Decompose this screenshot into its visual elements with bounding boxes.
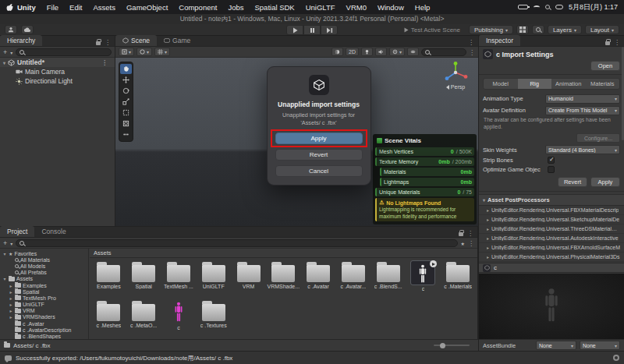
add-object-button[interactable] [3, 48, 7, 56]
tab-hierarchy[interactable]: Hierarchy [0, 35, 42, 46]
background-activity-icon[interactable] [613, 355, 619, 361]
tree-folder[interactable]: VRM [0, 308, 88, 314]
panel-menu-icon[interactable] [105, 37, 111, 46]
console-message-icon[interactable] [5, 355, 12, 361]
asset-postprocessors-header[interactable]: Asset PostProcessors [479, 194, 624, 206]
lock-icon[interactable] [96, 41, 101, 45]
add-object-caret-icon[interactable] [10, 48, 12, 56]
panel-menu-icon[interactable] [468, 37, 474, 46]
persp-label[interactable]: Persp [451, 84, 465, 90]
tab-inspector[interactable]: Inspector [479, 35, 520, 46]
effects-dropdown[interactable] [389, 48, 405, 56]
skin-weights-dropdown[interactable]: Standard (4 Bones) [545, 145, 620, 154]
tab-game[interactable]: Game [157, 35, 197, 46]
grid-view-icon[interactable] [516, 25, 529, 34]
assetbundle-dropdown[interactable]: None [536, 341, 576, 350]
menu-vrm0[interactable]: VRM0 [341, 3, 372, 12]
postprocessor-row[interactable]: UnityEditor.Rendering.Universal.FBXArnol… [479, 243, 624, 253]
control-center-icon[interactable] [555, 5, 563, 9]
revert-button[interactable]: Revert [275, 149, 363, 161]
grid-snapping-dropdown[interactable] [154, 48, 170, 56]
optimize-checkbox[interactable] [548, 166, 555, 173]
cloud-services-icon[interactable] [21, 25, 34, 34]
play-button[interactable] [286, 25, 303, 35]
hierarchy-search-input[interactable] [16, 48, 112, 56]
asset-folder[interactable]: c .Textures [197, 299, 231, 337]
search-icon[interactable] [532, 25, 544, 34]
tab-project[interactable]: Project [0, 226, 34, 237]
asset-folder[interactable]: c .BlendS... [371, 260, 406, 298]
postprocessor-row[interactable]: UnityEditor.Rendering.Universal.Physical… [479, 253, 624, 262]
tree-all-models[interactable]: All Models [0, 263, 88, 269]
tree-folder[interactable]: Examples [0, 282, 88, 288]
menubar-clock[interactable]: 5月8日(月) 1:17 [569, 2, 618, 12]
asset-folder[interactable]: UniGLTF [197, 260, 231, 298]
tree-folder[interactable]: c .BlendShapes [0, 333, 88, 339]
account-icon[interactable] [5, 25, 17, 34]
tree-assets-root[interactable]: Assets [0, 276, 88, 282]
model-preview-area[interactable] [479, 274, 624, 339]
tree-folder[interactable]: UniGLTF [0, 302, 88, 308]
menu-help[interactable]: Help [410, 3, 436, 12]
postprocessor-row[interactable]: UnityEditor.Rendering.Universal.FBXMater… [479, 206, 624, 215]
thumbnail-size-slider[interactable] [434, 345, 470, 346]
rotate-tool-button[interactable] [120, 86, 132, 96]
menu-spatial-sdk[interactable]: Spatial SDK [249, 3, 300, 12]
asset-folder[interactable]: Examples [91, 260, 126, 298]
asset-folder[interactable]: Spatial [126, 260, 161, 298]
menu-assets[interactable]: Assets [87, 3, 121, 12]
postprocessor-row[interactable]: UnityEditor.Rendering.Universal.ThreeDSM… [479, 224, 624, 234]
tab-materials[interactable]: Materials [586, 79, 620, 89]
asset-folder[interactable]: TextMesh ... [161, 260, 196, 298]
asset-folder[interactable]: VRMShade... [266, 260, 300, 298]
expand-icon[interactable] [3, 58, 5, 66]
inspector-apply-button[interactable]: Apply [590, 177, 620, 187]
tree-folder[interactable]: c .Avatar [0, 320, 88, 327]
apple-logo-icon[interactable] [6, 2, 14, 12]
battery-icon[interactable] [518, 5, 528, 9]
saved-search-icon[interactable] [461, 239, 465, 247]
tree-folder[interactable]: TextMesh Pro [0, 295, 88, 301]
move-tool-button[interactable] [120, 75, 132, 85]
breadcrumb-path[interactable]: Assets/ c .fbx [13, 342, 51, 349]
avatar-definition-dropdown[interactable]: Create From This Model [545, 106, 620, 115]
scene-lighting-toggle[interactable] [361, 48, 373, 56]
animation-type-dropdown[interactable]: Humanoid [545, 94, 620, 104]
transform-tool-button[interactable] [120, 118, 132, 129]
menu-edit[interactable]: Edit [64, 3, 87, 12]
scene-root-row[interactable]: Untitled* [0, 58, 115, 67]
asset-prefab-model[interactable]: c [161, 299, 196, 337]
project-menu-icon[interactable] [468, 239, 474, 247]
asset-folder[interactable]: c .MetaO... [126, 299, 161, 337]
assetbundle-variant-dropdown[interactable]: None [580, 341, 620, 350]
tab-scene[interactable]: Scene [115, 35, 157, 46]
panel-menu-icon[interactable] [614, 37, 620, 46]
tree-favorites[interactable]: Favorites [0, 250, 88, 256]
panel-menu-icon[interactable] [467, 228, 473, 237]
inspector-revert-button[interactable]: Revert [558, 177, 587, 187]
layout-dropdown[interactable]: Layout [585, 25, 619, 34]
project-search-input[interactable] [16, 239, 457, 247]
menu-unigltf[interactable]: UniGLTF [300, 3, 341, 12]
tree-all-prefabs[interactable]: All Prefabs [0, 270, 88, 276]
scene-menu-icon[interactable] [101, 58, 108, 66]
menu-gameobject[interactable]: GameObject [121, 3, 173, 12]
slider-knob[interactable] [440, 343, 445, 348]
scale-tool-button[interactable] [120, 97, 132, 107]
scene-search-input[interactable] [421, 48, 466, 56]
hierarchy-item-directional-light[interactable]: Directional Light [0, 76, 115, 86]
tool-handle-rotation-dropdown[interactable] [136, 48, 152, 56]
asset-folder[interactable]: c .Avatar... [336, 260, 370, 298]
menu-unity[interactable]: Unity [14, 3, 41, 12]
asset-fbx-model-selected[interactable]: c [406, 260, 440, 298]
cancel-button[interactable]: Cancel [275, 165, 363, 177]
menu-component[interactable]: Component [173, 3, 222, 12]
view-tool-button[interactable] [120, 64, 132, 74]
tab-rig[interactable]: Rig [518, 79, 552, 89]
spotlight-icon[interactable] [545, 5, 550, 9]
test-active-scene-button[interactable]: Test Active Scene [399, 25, 466, 34]
strip-bones-checkbox[interactable] [548, 157, 555, 164]
open-button[interactable]: Open [590, 61, 620, 71]
layers-dropdown[interactable]: Layers [548, 25, 582, 34]
tree-all-materials[interactable]: All Materials [0, 256, 88, 263]
